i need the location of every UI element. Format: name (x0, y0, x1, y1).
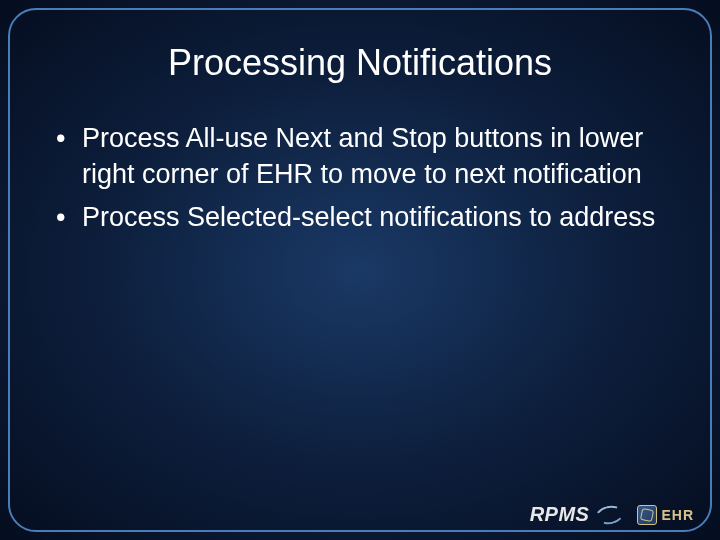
slide-frame: Processing Notifications Process All-use… (8, 8, 712, 532)
ehr-badge: EHR (637, 505, 694, 525)
slide-title: Processing Notifications (42, 42, 678, 84)
footer-logos: RPMS EHR (530, 503, 694, 526)
bullet-list: Process All-use Next and Stop buttons in… (42, 120, 678, 235)
rpms-label: RPMS (530, 503, 590, 526)
bullet-item: Process All-use Next and Stop buttons in… (50, 120, 678, 193)
ehr-label: EHR (661, 507, 694, 523)
rpms-logo: RPMS (530, 503, 624, 526)
ehr-icon (637, 505, 657, 525)
rpms-swoosh-icon (595, 504, 623, 526)
bullet-item: Process Selected-select notifications to… (50, 199, 678, 235)
